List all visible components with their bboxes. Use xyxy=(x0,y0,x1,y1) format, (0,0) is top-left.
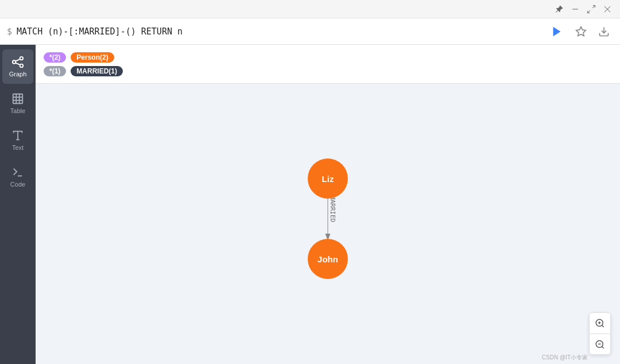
watermark: CSDN @IT小专家 xyxy=(542,354,588,362)
maximize-button[interactable] xyxy=(583,1,599,17)
person-badge[interactable]: Person(2) xyxy=(71,52,114,63)
download-button[interactable] xyxy=(595,22,613,41)
zoom-controls xyxy=(589,312,611,355)
svg-point-4 xyxy=(20,57,23,60)
query-text: MATCH (n)-[:MARRIED]-() RETURN n xyxy=(17,26,542,37)
run-button[interactable] xyxy=(547,21,567,42)
svg-point-3 xyxy=(13,60,16,64)
sidebar-item-graph[interactable]: Graph xyxy=(2,49,33,84)
rels-count-badge[interactable]: *(1) xyxy=(44,66,66,76)
svg-marker-0 xyxy=(553,26,561,36)
svg-marker-1 xyxy=(576,26,586,36)
pin-button[interactable] xyxy=(551,1,567,17)
close-button[interactable] xyxy=(599,1,615,17)
nodes-row: *(2) Person(2) xyxy=(44,52,612,63)
node-liz[interactable]: Liz xyxy=(308,158,348,199)
sidebar: Graph Table Text Code xyxy=(0,45,36,364)
rels-row: *(1) MARRIED(1) xyxy=(44,66,612,76)
zoom-out-button[interactable] xyxy=(590,334,610,354)
graph-canvas: MARRIED Liz John CSDN @IT小专家 xyxy=(36,84,620,364)
query-prompt: $ xyxy=(7,26,12,37)
favorite-button[interactable] xyxy=(572,22,590,41)
sidebar-label-graph: Graph xyxy=(9,71,27,78)
title-bar xyxy=(0,0,620,18)
edge-label: MARRIED xyxy=(329,196,336,222)
graph-svg: MARRIED xyxy=(36,84,620,364)
svg-rect-8 xyxy=(13,94,23,104)
svg-line-6 xyxy=(16,59,20,61)
query-bar: $ MATCH (n)-[:MARRIED]-() RETURN n xyxy=(0,18,620,45)
sidebar-item-code[interactable]: Code xyxy=(2,160,33,194)
result-panel: *(2) Person(2) *(1) MARRIED(1) xyxy=(36,45,620,84)
sidebar-item-text[interactable]: Text xyxy=(2,123,33,157)
svg-point-5 xyxy=(20,64,23,68)
node-john[interactable]: John xyxy=(308,239,348,279)
zoom-in-button[interactable] xyxy=(590,313,610,334)
sidebar-label-table: Table xyxy=(10,107,25,114)
sidebar-item-table[interactable]: Table xyxy=(2,86,33,121)
node-john-label: John xyxy=(317,254,338,264)
svg-line-22 xyxy=(602,346,603,348)
married-badge[interactable]: MARRIED(1) xyxy=(71,66,123,76)
sidebar-label-text: Text xyxy=(12,144,24,151)
svg-line-7 xyxy=(16,63,20,65)
sidebar-label-code: Code xyxy=(10,181,25,188)
minimize-button[interactable] xyxy=(567,1,583,17)
nodes-count-badge[interactable]: *(2) xyxy=(44,52,66,63)
node-liz-label: Liz xyxy=(322,174,334,184)
svg-line-18 xyxy=(602,325,603,327)
